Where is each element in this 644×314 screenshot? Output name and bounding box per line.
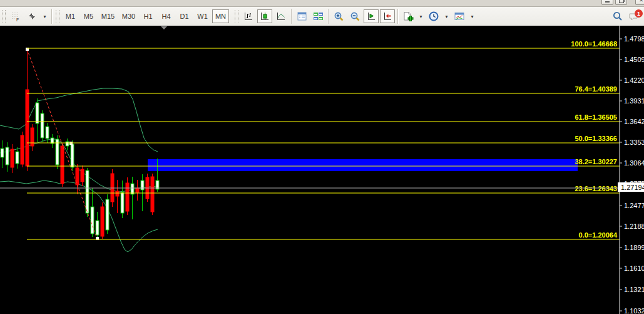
chevron-down-icon: ▾ (445, 14, 447, 19)
fib-level-label: 23.6=1.26343 (575, 185, 617, 192)
candle-bullish (106, 199, 109, 230)
toolbar-grip[interactable] (2, 10, 6, 23)
swap-arrows-dropdown[interactable]: ▾ (41, 9, 49, 23)
chart-shift-button[interactable] (380, 9, 395, 23)
candle-bullish (16, 152, 19, 164)
line-chart-button[interactable] (273, 9, 289, 23)
candle-bearish (21, 135, 24, 164)
fib-level-label: 50.0=1.33366 (575, 135, 617, 142)
chevron-down-icon: ▾ (43, 14, 46, 19)
swap-arrows-icon (27, 11, 37, 21)
notifications-button[interactable]: 1 (626, 9, 641, 23)
tile-windows-button[interactable] (310, 9, 325, 23)
new-chart-dropdown[interactable]: ▾ (417, 9, 425, 23)
zoom-in-icon (334, 11, 344, 22)
candle-bullish (96, 221, 99, 235)
bar-chart-button[interactable] (241, 9, 256, 23)
toolbar-grip[interactable] (235, 10, 238, 23)
timeframe-m15-button[interactable]: M15 (98, 9, 118, 23)
candle-bullish (66, 142, 69, 146)
minimize-icon (605, 1, 610, 3)
candle-bullish (86, 170, 89, 213)
highlight-zone-rectangle[interactable] (148, 159, 578, 171)
timeframe-mn-button[interactable]: MN (212, 9, 229, 23)
bar-chart-icon (243, 11, 253, 21)
toolbar-grip[interactable] (56, 10, 59, 23)
chart-canvas[interactable]: 100.0=1.4666876.4=1.4038961.8=1.3650550.… (0, 26, 644, 314)
close-button[interactable]: ✕ (635, 0, 644, 5)
templates-button[interactable] (452, 9, 467, 23)
candlestick-chart-icon (260, 11, 270, 21)
candle-bullish (1, 149, 4, 157)
minimize-button[interactable] (601, 0, 613, 5)
templates-dropdown[interactable]: ▾ (468, 9, 476, 23)
fib-level-label: 61.8=1.36505 (575, 113, 617, 121)
timeframe-h4-button[interactable]: H4 (158, 9, 175, 23)
candle-bearish (11, 149, 14, 167)
zoom-in-button[interactable] (331, 9, 346, 23)
candle-bullish (91, 207, 94, 234)
periods-button[interactable] (426, 9, 441, 23)
timeframe-m30-button[interactable]: M30 (119, 9, 138, 23)
tile-windows-icon (313, 11, 324, 21)
fib-level-label: 38.2=1.30227 (575, 158, 617, 165)
candlestick-chart-button[interactable] (257, 9, 272, 23)
search-button[interactable] (610, 9, 625, 23)
timeframe-h1-button[interactable]: H1 (140, 9, 156, 23)
template-icon (454, 11, 465, 21)
candle-bearish (61, 146, 64, 184)
dotted-grid-f-icon: F (11, 11, 21, 22)
chevron-down-icon: ▾ (471, 14, 473, 19)
timeframe-m1-button[interactable]: M1 (62, 9, 79, 23)
candle-bullish (41, 113, 44, 138)
data-window-button[interactable] (294, 9, 309, 23)
metatrader-window: { "titlebar": { "buttons": ["minimize","… (0, 0, 644, 314)
svg-text:F: F (16, 18, 19, 22)
notification-badge: 1 (635, 9, 643, 18)
auto-scroll-button[interactable] (364, 9, 379, 23)
swap-arrows-button[interactable] (24, 9, 39, 23)
search-icon (612, 11, 623, 22)
candle-bearish (126, 183, 129, 211)
candle-bullish (121, 192, 124, 213)
fib-level-label: 76.4=1.40389 (575, 85, 617, 93)
close-icon: ✕ (639, 0, 643, 3)
candle-bearish (101, 207, 104, 236)
line-chart-icon (276, 11, 286, 21)
title-bar: ✕ (0, 0, 644, 7)
toolbar-separator (397, 9, 398, 24)
timeframe-m5-button[interactable]: M5 (80, 9, 97, 23)
zoom-out-icon (350, 11, 360, 22)
restore-button[interactable] (615, 0, 627, 5)
toolbar-separator (51, 9, 52, 24)
candle-bearish (81, 169, 84, 182)
auto-scroll-icon (366, 11, 376, 21)
new-chart-button[interactable] (401, 9, 416, 23)
candle-bullish (6, 147, 9, 165)
toolbar-separator (328, 9, 329, 24)
candle-bullish (36, 103, 39, 123)
periods-dropdown[interactable]: ▾ (442, 9, 451, 23)
zoom-out-button[interactable] (347, 9, 362, 23)
candle-bearish (26, 90, 29, 166)
candle-bearish (151, 177, 154, 212)
price-axis[interactable] (620, 26, 644, 314)
candle-bullish (131, 184, 134, 194)
fib-level-label: 100.0=1.46668 (571, 40, 617, 48)
restore-icon (619, 0, 624, 3)
candle-bullish (46, 127, 49, 139)
candle-bullish (141, 181, 144, 190)
clock-icon (428, 11, 439, 22)
custom-indicator-button[interactable]: F (8, 9, 23, 23)
timeframe-w1-button[interactable]: W1 (194, 9, 211, 23)
timeframe-d1-button[interactable]: D1 (176, 9, 193, 23)
candle-bearish (136, 188, 139, 192)
toolbar-separator (291, 9, 292, 24)
fib-level-label: 0.0=1.20064 (579, 231, 618, 239)
toolbar: F ▾ M1 M5 M15 M30 H1 H4 D1 W1 MN (0, 7, 644, 26)
chevron-down-icon: ▾ (419, 14, 422, 19)
candle-bearish (31, 128, 34, 146)
candle-bullish (71, 144, 74, 167)
new-chart-icon (402, 11, 414, 22)
chart-shift-icon (382, 11, 392, 21)
